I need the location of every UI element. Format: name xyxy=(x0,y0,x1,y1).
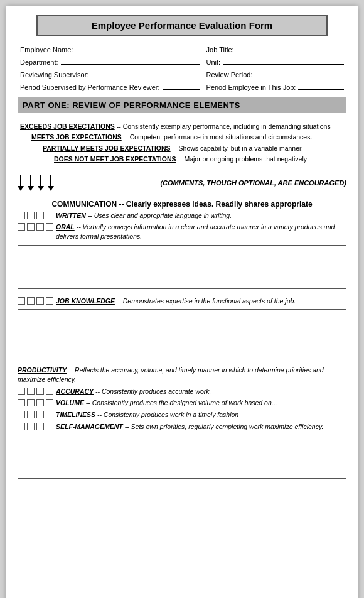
arrows-row: (COMMENTS, THOUGH OPTIONAL, ARE ENCOURAG… xyxy=(18,172,346,195)
job-knowledge-bold: JOB KNOWLEDGE xyxy=(56,297,115,305)
job-title-row: Job Title: xyxy=(206,43,344,53)
sm-cb-3[interactable] xyxy=(36,423,44,430)
written-cb-3[interactable] xyxy=(36,212,44,219)
tim-cb-4[interactable] xyxy=(46,411,53,418)
review-period-label: Review Period: xyxy=(206,71,253,79)
timeliness-checkboxes xyxy=(18,411,53,418)
oral-cb-2[interactable] xyxy=(27,223,35,231)
legend-item-3: PARTIALLY MEETS JOB EXPECTATIONS -- Show… xyxy=(20,144,344,153)
accuracy-row: ACCURACY -- Consistently produces accura… xyxy=(18,387,346,396)
sm-cb-4[interactable] xyxy=(46,423,53,430)
written-text: WRITTEN -- Uses clear and appropriate la… xyxy=(56,211,232,220)
form-title-box: Employee Performance Evaluation Form xyxy=(36,15,328,36)
jk-cb-1[interactable] xyxy=(18,297,25,305)
legend-bold-2: MEETS JOB EXPECTATIONS xyxy=(31,133,122,141)
reviewing-supervisor-row: Reviewing Supervisor: xyxy=(20,68,200,79)
legend-bold-3: PARTIALLY MEETS JOB EXPECTATIONS xyxy=(43,144,171,152)
volume-row: VOLUME -- Consistently produces the desi… xyxy=(18,398,346,408)
acc-cb-3[interactable] xyxy=(36,388,44,395)
acc-cb-2[interactable] xyxy=(27,388,35,395)
sm-cb-2[interactable] xyxy=(27,423,35,430)
vol-cb-1[interactable] xyxy=(18,399,25,406)
page: Employee Performance Evaluation Form Emp… xyxy=(6,6,358,598)
accuracy-checkboxes xyxy=(18,388,53,395)
oral-bold: ORAL xyxy=(56,223,75,231)
communication-title-text: COMMUNICATION -- Clearly expresses ideas… xyxy=(51,200,312,209)
arrow-1 xyxy=(18,175,24,191)
period-supervised-input[interactable] xyxy=(163,81,200,90)
period-employee-input[interactable] xyxy=(298,81,344,90)
employee-name-row: Employee Name: xyxy=(20,43,200,53)
period-supervised-label: Period Supervised by Performance Reviewe… xyxy=(20,84,160,91)
reviewing-supervisor-label: Reviewing Supervisor: xyxy=(20,71,88,79)
comments-note: (COMMENTS, THOUGH OPTIONAL, ARE ENCOURAG… xyxy=(58,179,346,187)
oral-row: ORAL -- Verbally conveys information in … xyxy=(18,222,346,241)
part-one-header: PART ONE: REVIEW OF PERFORMANCE ELEMENTS xyxy=(18,97,346,113)
job-knowledge-row: JOB KNOWLEDGE -- Demonstrates expertise … xyxy=(18,296,346,306)
review-period-row: Review Period: xyxy=(206,68,344,79)
period-employee-label: Period Employee in This Job: xyxy=(206,84,296,91)
acc-cb-4[interactable] xyxy=(46,388,53,395)
legend-bold-1: EXCEEDS JOB EXECTATIONS xyxy=(20,122,115,130)
review-period-input[interactable] xyxy=(255,68,344,77)
tim-cb-2[interactable] xyxy=(27,411,35,418)
oral-cb-4[interactable] xyxy=(46,223,53,231)
legend-item-1: EXCEEDS JOB EXECTATIONS -- Consistently … xyxy=(20,122,344,131)
job-title-label: Job Title: xyxy=(206,46,234,53)
job-title-input[interactable] xyxy=(237,43,344,52)
vol-cb-2[interactable] xyxy=(27,399,35,406)
oral-text: ORAL -- Verbally conveys information in … xyxy=(56,222,346,241)
self-management-row: SELF-MANAGEMENT -- Sets own priorities, … xyxy=(18,422,346,432)
legend-text-3: -- Shows capability, but in a variable m… xyxy=(173,144,303,152)
acc-cb-1[interactable] xyxy=(18,388,25,395)
employee-name-label: Employee Name: xyxy=(20,46,73,53)
accuracy-text: ACCURACY -- Consistently produces accura… xyxy=(56,387,211,396)
legend-text-2: -- Competent performance in most situati… xyxy=(124,133,313,141)
productivity-comment-box[interactable] xyxy=(18,435,346,479)
written-cb-2[interactable] xyxy=(27,212,35,219)
legend-item-2: MEETS JOB EXPECTATIONS -- Competent perf… xyxy=(20,133,344,142)
arrow-3 xyxy=(38,175,44,191)
legend-item-4: DOES NOT MEET JOB EXPECTATIONS -- Major … xyxy=(20,155,344,164)
job-knowledge-comment-box[interactable] xyxy=(18,309,346,359)
jk-cb-2[interactable] xyxy=(27,297,35,305)
unit-label: Unit: xyxy=(206,58,221,66)
written-checkboxes xyxy=(18,212,53,219)
job-knowledge-checkboxes xyxy=(18,297,53,305)
tim-cb-1[interactable] xyxy=(18,411,25,418)
oral-checkboxes xyxy=(18,223,53,231)
vol-cb-3[interactable] xyxy=(36,399,44,406)
oral-cb-3[interactable] xyxy=(36,223,44,231)
jk-cb-3[interactable] xyxy=(36,297,44,305)
timeliness-row: TIMELINESS -- Consistently produces work… xyxy=(18,410,346,420)
period-employee-row: Period Employee in This Job: xyxy=(206,81,344,91)
vol-cb-4[interactable] xyxy=(46,399,53,406)
reviewing-supervisor-input[interactable] xyxy=(91,68,200,77)
self-management-text: SELF-MANAGEMENT -- Sets own priorities, … xyxy=(56,422,323,432)
form-title: Employee Performance Evaluation Form xyxy=(45,20,319,31)
arrow-4 xyxy=(48,175,54,191)
written-cb-1[interactable] xyxy=(18,212,25,219)
employee-fields: Employee Name: Job Title: Department: Un… xyxy=(18,43,346,91)
sm-cb-1[interactable] xyxy=(18,423,25,430)
written-bold: WRITTEN xyxy=(56,212,86,219)
department-input[interactable] xyxy=(61,56,200,65)
productivity-title: PRODUCTIVITY -- Reflects the accuracy, v… xyxy=(18,366,346,384)
arrow-2 xyxy=(28,175,34,191)
volume-checkboxes xyxy=(18,399,53,406)
jk-cb-4[interactable] xyxy=(46,297,53,305)
job-knowledge-text: JOB KNOWLEDGE -- Demonstrates expertise … xyxy=(56,296,296,306)
self-mgmt-checkboxes xyxy=(18,423,53,430)
legend-text-1: -- Consistently exemplary performance, i… xyxy=(117,122,331,130)
oral-cb-1[interactable] xyxy=(18,223,25,231)
unit-input[interactable] xyxy=(223,56,344,65)
written-row: WRITTEN -- Uses clear and appropriate la… xyxy=(18,211,346,220)
employee-name-input[interactable] xyxy=(75,43,200,52)
tim-cb-3[interactable] xyxy=(36,411,44,418)
volume-text: VOLUME -- Consistently produces the desi… xyxy=(56,398,277,408)
communication-comment-box[interactable] xyxy=(18,245,346,289)
communication-title: COMMUNICATION -- Clearly expresses ideas… xyxy=(18,200,346,209)
written-cb-4[interactable] xyxy=(46,212,53,219)
legend-bold-4: DOES NOT MEET JOB EXPECTATIONS xyxy=(54,155,176,163)
legend-area: EXCEEDS JOB EXECTATIONS -- Consistently … xyxy=(18,119,346,168)
